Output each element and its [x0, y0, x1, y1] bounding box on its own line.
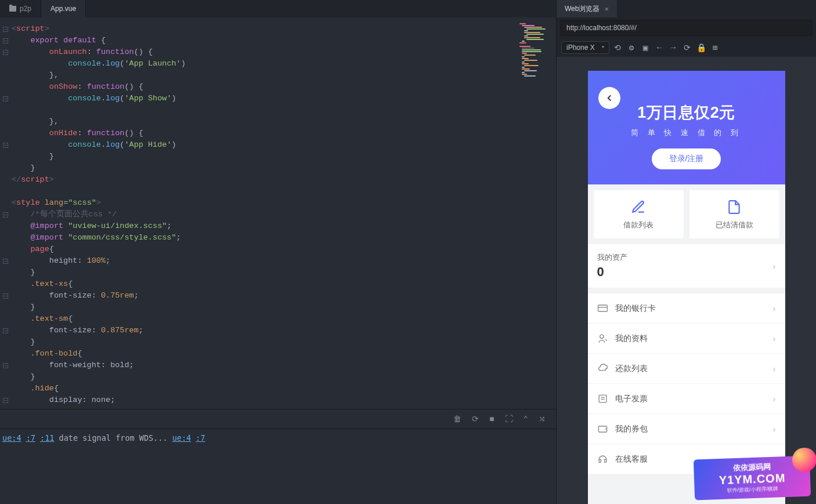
- wallet-icon: [597, 423, 608, 434]
- fold-icon[interactable]: [3, 293, 8, 299]
- code-area[interactable]: <script> export default { onLaunch: func…: [0, 17, 556, 409]
- card-loan-list[interactable]: 借款列表: [594, 190, 684, 238]
- phone-mock: 1万日息仅2元 简 单 快 速 借 的 到 登录/注册 借款列表 已结清借款 我…: [588, 71, 785, 504]
- refresh-icon[interactable]: ⟳: [681, 43, 693, 53]
- terminal-link[interactable]: ue:4: [2, 433, 21, 443]
- trash-icon[interactable]: 🗑: [453, 415, 461, 424]
- chevron-right-icon: ›: [773, 333, 776, 343]
- lock-icon[interactable]: 🔒: [695, 43, 707, 53]
- tab-file-label: App.vue: [50, 5, 76, 13]
- fold-icon[interactable]: [3, 38, 8, 43]
- terminal-link[interactable]: :7: [26, 433, 35, 443]
- url-bar[interactable]: http://localhost:8080/#/: [560, 20, 813, 36]
- preview-pane: Web浏览器× http://localhost:8080/#/ iPhone …: [556, 0, 816, 504]
- svg-point-2: [600, 335, 603, 338]
- document-icon: [727, 200, 742, 215]
- menu-list: 我的银行卡› 我的资料› 还款列表› 电子发票› 我的券包› 在线客服›: [588, 293, 785, 474]
- preview-tab-label: Web浏览器: [565, 4, 600, 14]
- phone-stage: 1万日息仅2元 简 单 快 速 借 的 到 登录/注册 借款列表 已结清借款 我…: [557, 57, 816, 504]
- fold-icon[interactable]: [3, 328, 8, 333]
- fold-icon[interactable]: [3, 398, 8, 403]
- grid-icon[interactable]: ⊞: [709, 43, 721, 53]
- close-icon[interactable]: ×: [604, 5, 609, 13]
- menu-label: 还款列表: [615, 364, 766, 374]
- expand-icon[interactable]: ⛶: [505, 415, 513, 424]
- editor-tab-bar: p2p App.vue: [0, 0, 556, 17]
- edit-icon: [631, 200, 646, 215]
- card-row: 借款列表 已结清借款: [588, 184, 785, 244]
- terminal-link[interactable]: :11: [40, 433, 54, 443]
- tab-folder[interactable]: p2p: [0, 0, 41, 17]
- terminal-line: date signal from WDS...: [59, 433, 168, 443]
- menu-label: 我的资料: [615, 333, 766, 344]
- hero-subtitle: 简 单 快 速 借 的 到: [600, 128, 774, 138]
- chevron-right-icon: ›: [773, 454, 776, 464]
- chevron-right-icon: ›: [773, 303, 776, 313]
- chevron-right-icon: ›: [773, 261, 776, 271]
- receipt-icon: [597, 393, 608, 404]
- stop-icon[interactable]: ■: [489, 415, 494, 424]
- chevron-right-icon: ›: [773, 424, 776, 434]
- preview-toolbar: iPhone X ⟲ ⚙ ▣ ← → ⟳ 🔒 ⊞: [557, 38, 816, 57]
- reload-icon[interactable]: ⟳: [472, 414, 479, 424]
- menu-item-repay[interactable]: 还款列表›: [588, 354, 785, 384]
- asset-row[interactable]: 我的资产 0 ›: [588, 244, 785, 288]
- cloud-icon: [597, 363, 608, 374]
- device-select[interactable]: iPhone X: [561, 41, 609, 54]
- fold-icon[interactable]: [3, 27, 8, 32]
- rotate-icon[interactable]: ⟲: [612, 43, 623, 53]
- terminal[interactable]: ue:4 :7 :11 date signal from WDS... ue:4…: [0, 429, 556, 504]
- login-button[interactable]: 登录/注册: [652, 148, 721, 169]
- preview-tab[interactable]: Web浏览器×: [557, 0, 617, 17]
- url-text: http://localhost:8080/#/: [566, 24, 637, 32]
- menu-label: 电子发票: [615, 394, 766, 404]
- fold-icon[interactable]: [3, 96, 8, 101]
- menu-item-support[interactable]: 在线客服›: [588, 444, 785, 474]
- menu-label: 在线客服: [615, 454, 766, 465]
- menu-item-profile[interactable]: 我的资料›: [588, 324, 785, 354]
- chevron-right-icon: ›: [773, 394, 776, 404]
- tab-folder-label: p2p: [20, 5, 31, 13]
- folder-icon: [9, 6, 16, 12]
- svg-rect-0: [598, 305, 607, 311]
- headset-icon: [597, 454, 608, 465]
- fold-icon[interactable]: [3, 143, 8, 148]
- svg-rect-3: [599, 395, 606, 403]
- minimap[interactable]: [519, 23, 551, 77]
- menu-label: 我的券包: [615, 424, 766, 434]
- gear-icon[interactable]: ⚙: [626, 43, 637, 53]
- code-text[interactable]: <script> export default { onLaunch: func…: [10, 17, 556, 409]
- menu-item-coupon[interactable]: 我的券包›: [588, 414, 785, 444]
- hero: 1万日息仅2元 简 单 快 速 借 的 到 登录/注册: [588, 71, 785, 184]
- card-label: 借款列表: [594, 220, 684, 230]
- card-icon: [597, 303, 608, 314]
- back-button[interactable]: [598, 87, 620, 109]
- terminal-link[interactable]: :7: [196, 433, 205, 443]
- card-settled[interactable]: 已结清借款: [689, 190, 779, 238]
- preview-tab-bar: Web浏览器×: [557, 0, 816, 17]
- hero-title: 1万日息仅2元: [600, 102, 774, 123]
- gutter: [0, 17, 10, 409]
- shuffle-icon[interactable]: ⤭: [539, 414, 546, 424]
- fold-icon[interactable]: [3, 50, 8, 55]
- menu-item-bankcard[interactable]: 我的银行卡›: [588, 293, 785, 324]
- chevron-up-icon[interactable]: ⌃: [523, 414, 528, 424]
- fold-icon[interactable]: [3, 259, 8, 264]
- tab-file[interactable]: App.vue: [41, 0, 86, 17]
- card-label: 已结清借款: [689, 220, 779, 230]
- menu-label: 我的银行卡: [615, 303, 766, 314]
- fold-icon[interactable]: [3, 212, 8, 217]
- terminal-link[interactable]: ue:4: [172, 433, 192, 443]
- chevron-right-icon: ›: [773, 364, 776, 374]
- editor-pane: p2p App.vue <script> export def: [0, 0, 556, 504]
- asset-title: 我的资产: [597, 252, 773, 263]
- screenshot-icon[interactable]: ▣: [640, 43, 651, 53]
- user-icon: [597, 333, 608, 344]
- editor-action-bar: 🗑 ⟳ ■ ⛶ ⌃ ⤭: [0, 409, 556, 429]
- fold-icon[interactable]: [3, 363, 8, 368]
- back-icon[interactable]: ←: [653, 43, 665, 52]
- forward-icon[interactable]: →: [667, 43, 679, 52]
- menu-item-invoice[interactable]: 电子发票›: [588, 384, 785, 414]
- asset-value: 0: [597, 264, 773, 280]
